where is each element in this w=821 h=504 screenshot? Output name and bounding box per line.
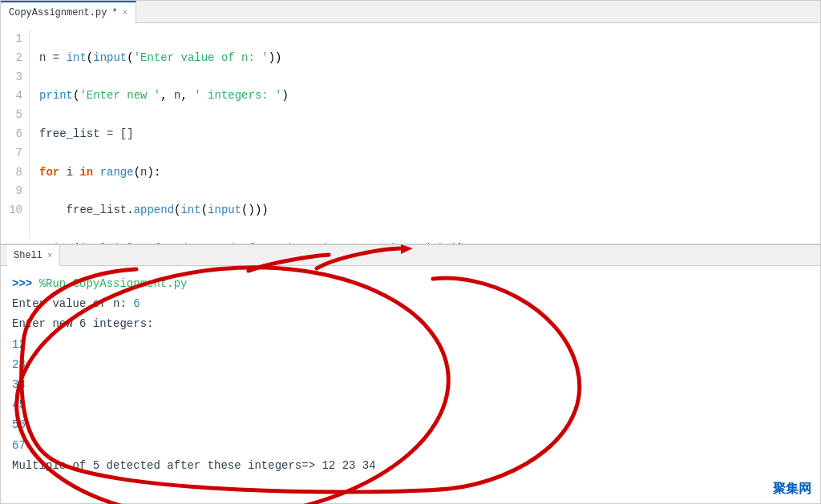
shell-tab[interactable]: Shell × <box>7 245 60 266</box>
shell-output-line-9: Multiple of 5 detected after these integ… <box>12 456 809 476</box>
watermark: 聚集网 <box>773 481 811 498</box>
editor-tab-label: CopyAssignment.py <box>9 7 107 18</box>
code-line-1: n = int(input('Enter value of n: ')) <box>39 49 463 68</box>
shell-output-line-8: 67 <box>12 436 809 456</box>
line-numbers: 1 2 3 4 5 6 7 8 9 10 <box>1 30 30 237</box>
shell-prompt: >>> <box>12 277 32 290</box>
shell-tab-close[interactable]: × <box>47 251 53 260</box>
shell-tab-label: Shell <box>14 250 42 261</box>
code-area: 1 2 3 4 5 6 7 8 9 10 n = int(input('Ente… <box>1 23 820 244</box>
editor-tab-close[interactable]: × <box>123 8 128 18</box>
code-line-3: free_list = [] <box>39 125 463 144</box>
shell-output-line-3: 12 <box>12 335 809 355</box>
shell-pane: Shell × >>> %Run CopyAssignment.py Enter… <box>0 244 821 504</box>
shell-run-line: >>> %Run CopyAssignment.py <box>12 274 809 294</box>
code-line-2: print('Enter new ', n, ' integers: ') <box>39 87 463 106</box>
editor-pane: CopyAssignment.py* × 1 2 3 4 5 6 7 8 9 1… <box>0 0 821 244</box>
shell-run-command: %Run CopyAssignment.py <box>39 277 188 290</box>
shell-output-line-1: Enter value of n: 6 <box>12 294 809 314</box>
shell-output-line-6: 45 <box>12 395 809 415</box>
shell-tab-bar: Shell × <box>1 245 820 266</box>
shell-output-line-4: 23 <box>12 355 809 375</box>
code-line-4: for i in range(n): <box>39 163 463 183</box>
shell-output-line-7: 56 <box>12 415 809 435</box>
editor-tab-bar: CopyAssignment.py* × <box>1 1 820 23</box>
editor-tab[interactable]: CopyAssignment.py* × <box>1 1 136 23</box>
shell-content[interactable]: >>> %Run CopyAssignment.py Enter value o… <box>1 266 820 484</box>
shell-output-line-2: Enter new 6 integers: <box>12 314 809 334</box>
code-line-6: print('Multiple of 5 detected after thes… <box>39 240 463 244</box>
code-line-5: free_list.append(int(input())) <box>39 201 463 220</box>
shell-output-line-5: 34 <box>12 375 809 395</box>
code-content[interactable]: n = int(input('Enter value of n: ')) pri… <box>30 30 473 237</box>
editor-tab-modified: * <box>111 7 117 18</box>
